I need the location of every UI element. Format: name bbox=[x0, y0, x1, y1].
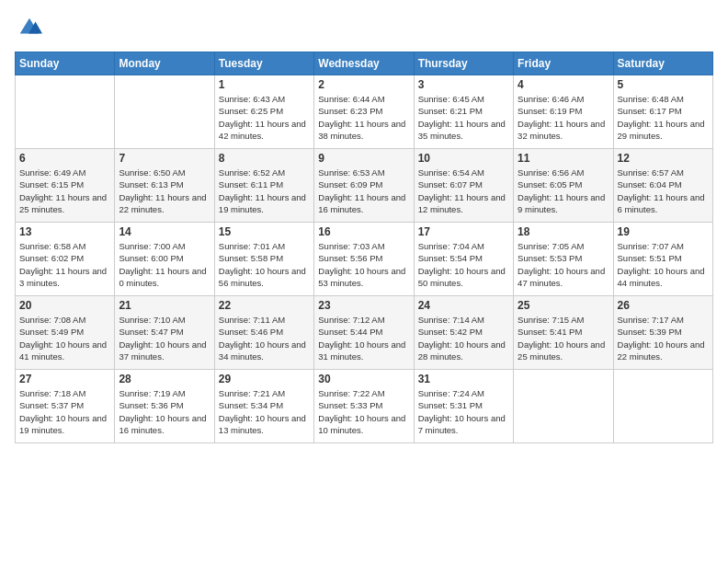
day-cell-23: 23Sunrise: 7:12 AM Sunset: 5:44 PM Dayli… bbox=[314, 296, 414, 370]
day-cell-8: 8Sunrise: 6:52 AM Sunset: 6:11 PM Daylig… bbox=[214, 149, 313, 223]
day-info: Sunrise: 6:45 AM Sunset: 6:21 PM Dayligh… bbox=[418, 93, 509, 142]
day-cell-17: 17Sunrise: 7:04 AM Sunset: 5:54 PM Dayli… bbox=[414, 223, 513, 296]
day-number: 24 bbox=[418, 299, 509, 312]
day-info: Sunrise: 7:12 AM Sunset: 5:44 PM Dayligh… bbox=[318, 314, 409, 362]
day-number: 16 bbox=[318, 225, 409, 238]
day-cell-20: 20Sunrise: 7:08 AM Sunset: 5:49 PM Dayli… bbox=[16, 296, 115, 370]
day-info: Sunrise: 6:50 AM Sunset: 6:13 PM Dayligh… bbox=[119, 167, 210, 215]
day-cell-2: 2Sunrise: 6:44 AM Sunset: 6:23 PM Daylig… bbox=[314, 75, 414, 149]
day-cell-30: 30Sunrise: 7:22 AM Sunset: 5:33 PM Dayli… bbox=[314, 370, 414, 443]
day-number: 14 bbox=[119, 225, 210, 238]
day-info: Sunrise: 7:07 AM Sunset: 5:51 PM Dayligh… bbox=[618, 240, 709, 289]
day-number: 10 bbox=[418, 152, 509, 165]
weekday-header-friday: Friday bbox=[514, 52, 613, 75]
weekday-header-tuesday: Tuesday bbox=[214, 52, 313, 75]
weekday-header-saturday: Saturday bbox=[613, 52, 712, 75]
day-cell-22: 22Sunrise: 7:11 AM Sunset: 5:46 PM Dayli… bbox=[214, 296, 313, 370]
day-number: 15 bbox=[219, 225, 310, 238]
day-info: Sunrise: 7:00 AM Sunset: 6:00 PM Dayligh… bbox=[119, 240, 210, 289]
day-number: 22 bbox=[219, 299, 310, 312]
empty-cell bbox=[16, 75, 115, 149]
day-cell-14: 14Sunrise: 7:00 AM Sunset: 6:00 PM Dayli… bbox=[115, 223, 214, 296]
day-cell-7: 7Sunrise: 6:50 AM Sunset: 6:13 PM Daylig… bbox=[115, 149, 214, 223]
day-info: Sunrise: 7:05 AM Sunset: 5:53 PM Dayligh… bbox=[518, 240, 609, 289]
week-row-2: 6Sunrise: 6:49 AM Sunset: 6:15 PM Daylig… bbox=[16, 149, 713, 223]
weekday-header-sunday: Sunday bbox=[16, 52, 115, 75]
day-info: Sunrise: 7:19 AM Sunset: 5:36 PM Dayligh… bbox=[119, 387, 210, 436]
calendar-header-row: SundayMondayTuesdayWednesdayThursdayFrid… bbox=[16, 52, 713, 75]
day-info: Sunrise: 6:44 AM Sunset: 6:23 PM Dayligh… bbox=[318, 93, 409, 142]
day-cell-13: 13Sunrise: 6:58 AM Sunset: 6:02 PM Dayli… bbox=[16, 223, 115, 296]
day-info: Sunrise: 7:15 AM Sunset: 5:41 PM Dayligh… bbox=[518, 314, 609, 362]
day-info: Sunrise: 7:03 AM Sunset: 5:56 PM Dayligh… bbox=[318, 240, 409, 289]
empty-cell bbox=[613, 370, 712, 443]
day-cell-15: 15Sunrise: 7:01 AM Sunset: 5:58 PM Dayli… bbox=[214, 223, 313, 296]
day-cell-31: 31Sunrise: 7:24 AM Sunset: 5:31 PM Dayli… bbox=[414, 370, 513, 443]
day-number: 13 bbox=[19, 225, 110, 238]
day-number: 1 bbox=[219, 78, 310, 91]
page-header bbox=[15, 15, 713, 40]
day-info: Sunrise: 7:01 AM Sunset: 5:58 PM Dayligh… bbox=[219, 240, 310, 289]
day-number: 2 bbox=[318, 78, 409, 91]
day-cell-27: 27Sunrise: 7:18 AM Sunset: 5:37 PM Dayli… bbox=[16, 370, 115, 443]
day-cell-25: 25Sunrise: 7:15 AM Sunset: 5:41 PM Dayli… bbox=[514, 296, 613, 370]
day-number: 8 bbox=[219, 152, 310, 165]
day-number: 26 bbox=[618, 299, 709, 312]
day-number: 31 bbox=[418, 373, 509, 385]
day-info: Sunrise: 6:46 AM Sunset: 6:19 PM Dayligh… bbox=[518, 93, 609, 142]
week-row-5: 27Sunrise: 7:18 AM Sunset: 5:37 PM Dayli… bbox=[16, 370, 713, 443]
day-info: Sunrise: 6:49 AM Sunset: 6:15 PM Dayligh… bbox=[19, 167, 110, 215]
day-cell-19: 19Sunrise: 7:07 AM Sunset: 5:51 PM Dayli… bbox=[613, 223, 712, 296]
day-cell-21: 21Sunrise: 7:10 AM Sunset: 5:47 PM Dayli… bbox=[115, 296, 214, 370]
day-info: Sunrise: 6:43 AM Sunset: 6:25 PM Dayligh… bbox=[219, 93, 310, 142]
day-number: 21 bbox=[119, 299, 210, 312]
day-cell-16: 16Sunrise: 7:03 AM Sunset: 5:56 PM Dayli… bbox=[314, 223, 414, 296]
week-row-1: 1Sunrise: 6:43 AM Sunset: 6:25 PM Daylig… bbox=[16, 75, 713, 149]
day-cell-9: 9Sunrise: 6:53 AM Sunset: 6:09 PM Daylig… bbox=[314, 149, 414, 223]
week-row-3: 13Sunrise: 6:58 AM Sunset: 6:02 PM Dayli… bbox=[16, 223, 713, 296]
day-cell-3: 3Sunrise: 6:45 AM Sunset: 6:21 PM Daylig… bbox=[414, 75, 513, 149]
day-number: 29 bbox=[219, 373, 310, 385]
day-number: 17 bbox=[418, 225, 509, 238]
weekday-header-monday: Monday bbox=[115, 52, 214, 75]
day-number: 11 bbox=[518, 152, 609, 165]
day-info: Sunrise: 6:48 AM Sunset: 6:17 PM Dayligh… bbox=[618, 93, 709, 142]
day-number: 27 bbox=[19, 373, 110, 385]
day-number: 6 bbox=[19, 152, 110, 165]
day-cell-29: 29Sunrise: 7:21 AM Sunset: 5:34 PM Dayli… bbox=[214, 370, 313, 443]
day-info: Sunrise: 6:58 AM Sunset: 6:02 PM Dayligh… bbox=[19, 240, 110, 289]
day-info: Sunrise: 6:53 AM Sunset: 6:09 PM Dayligh… bbox=[318, 167, 409, 215]
day-number: 12 bbox=[618, 152, 709, 165]
day-cell-12: 12Sunrise: 6:57 AM Sunset: 6:04 PM Dayli… bbox=[613, 149, 712, 223]
day-info: Sunrise: 6:56 AM Sunset: 6:05 PM Dayligh… bbox=[518, 167, 609, 215]
day-info: Sunrise: 7:10 AM Sunset: 5:47 PM Dayligh… bbox=[119, 314, 210, 362]
empty-cell bbox=[115, 75, 214, 149]
day-cell-26: 26Sunrise: 7:17 AM Sunset: 5:39 PM Dayli… bbox=[613, 296, 712, 370]
day-cell-18: 18Sunrise: 7:05 AM Sunset: 5:53 PM Dayli… bbox=[514, 223, 613, 296]
day-number: 7 bbox=[119, 152, 210, 165]
day-info: Sunrise: 7:14 AM Sunset: 5:42 PM Dayligh… bbox=[418, 314, 509, 362]
logo bbox=[15, 15, 42, 40]
day-number: 9 bbox=[318, 152, 409, 165]
day-cell-28: 28Sunrise: 7:19 AM Sunset: 5:36 PM Dayli… bbox=[115, 370, 214, 443]
day-cell-1: 1Sunrise: 6:43 AM Sunset: 6:25 PM Daylig… bbox=[214, 75, 313, 149]
day-number: 30 bbox=[318, 373, 409, 385]
day-info: Sunrise: 6:54 AM Sunset: 6:07 PM Dayligh… bbox=[418, 167, 509, 215]
empty-cell bbox=[514, 370, 613, 443]
day-info: Sunrise: 7:04 AM Sunset: 5:54 PM Dayligh… bbox=[418, 240, 509, 289]
day-number: 28 bbox=[119, 373, 210, 385]
day-info: Sunrise: 6:52 AM Sunset: 6:11 PM Dayligh… bbox=[219, 167, 310, 215]
day-number: 19 bbox=[618, 225, 709, 238]
day-number: 20 bbox=[19, 299, 110, 312]
day-number: 5 bbox=[618, 78, 709, 91]
day-number: 4 bbox=[518, 78, 609, 91]
day-number: 18 bbox=[518, 225, 609, 238]
logo-icon bbox=[17, 15, 42, 40]
day-info: Sunrise: 7:17 AM Sunset: 5:39 PM Dayligh… bbox=[618, 314, 709, 362]
calendar-table: SundayMondayTuesdayWednesdayThursdayFrid… bbox=[15, 52, 713, 443]
day-info: Sunrise: 7:24 AM Sunset: 5:31 PM Dayligh… bbox=[418, 387, 509, 436]
week-row-4: 20Sunrise: 7:08 AM Sunset: 5:49 PM Dayli… bbox=[16, 296, 713, 370]
day-cell-4: 4Sunrise: 6:46 AM Sunset: 6:19 PM Daylig… bbox=[514, 75, 613, 149]
day-cell-11: 11Sunrise: 6:56 AM Sunset: 6:05 PM Dayli… bbox=[514, 149, 613, 223]
day-info: Sunrise: 6:57 AM Sunset: 6:04 PM Dayligh… bbox=[618, 167, 709, 215]
